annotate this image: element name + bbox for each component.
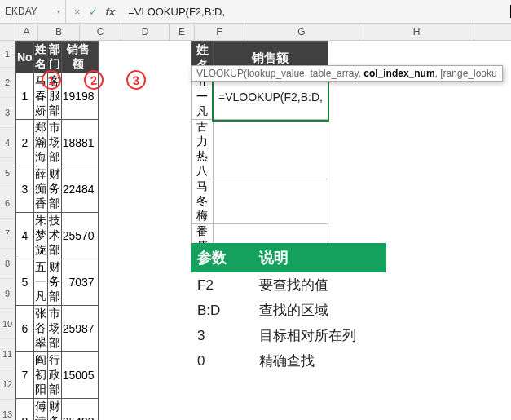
row-header[interactable]: 5 xyxy=(0,158,15,188)
col-header[interactable]: B xyxy=(38,24,80,40)
col-header[interactable]: D xyxy=(121,24,170,40)
col-header[interactable]: A xyxy=(15,24,38,40)
row-header[interactable]: 6 xyxy=(0,188,15,219)
table-row: 古力热八 xyxy=(192,120,328,179)
table-row: 2郑瀚海市场部18881 xyxy=(16,120,99,166)
th-sales[interactable]: 销售额 xyxy=(61,42,98,73)
name-box[interactable]: EKDAY ▾ xyxy=(0,0,66,23)
table-row: B:D查找的区域 xyxy=(191,298,386,323)
confirm-icon[interactable]: ✓ xyxy=(89,6,98,18)
th-dept[interactable]: 部门 xyxy=(47,42,61,73)
formula-buttons: × ✓ fx xyxy=(66,6,123,18)
table-row: 8傅诗蕾财务部25493 xyxy=(16,399,99,421)
row-header[interactable]: 2 xyxy=(0,68,15,98)
col-header[interactable]: F xyxy=(195,24,244,40)
table-row: 3目标相对所在列 xyxy=(191,323,386,348)
row-header[interactable]: 8 xyxy=(0,249,15,279)
row-header[interactable]: 1 xyxy=(0,41,15,68)
name-box-value: EKDAY xyxy=(5,6,37,17)
formula-input[interactable]: =VLOOKUP(F2,B:D, xyxy=(123,6,461,18)
row-headers: 1 2 3 4 5 6 7 8 9 10 11 12 13 xyxy=(0,41,15,420)
col-header[interactable]: C xyxy=(80,24,121,40)
th-no[interactable]: No xyxy=(16,42,34,73)
th-param: 参数 xyxy=(191,243,253,272)
function-tooltip: VLOOKUP(lookup_value, table_array, col_i… xyxy=(191,65,503,82)
table-row: 7阎初阳行政部15005 xyxy=(16,352,99,399)
cancel-icon[interactable]: × xyxy=(74,6,81,18)
col-header[interactable]: H xyxy=(359,24,474,40)
table-row: 6张谷翠市场部25987 xyxy=(16,306,99,352)
annotation-circle: 3 xyxy=(126,69,147,91)
row-header[interactable]: 7 xyxy=(0,219,15,249)
table-row: F2要查找的值 xyxy=(191,272,386,298)
source-table: No 姓名 部门 销售额 1马春娇客服部19198 2郑瀚海市场部18881 3… xyxy=(15,41,99,420)
formula-bar: EKDAY ▾ × ✓ fx =VLOOKUP(F2,B:D, xyxy=(0,0,511,24)
fx-icon[interactable]: fx xyxy=(106,6,116,18)
row-header[interactable]: 11 xyxy=(0,339,15,369)
row-header[interactable]: 4 xyxy=(0,128,15,158)
table-row: 3薛痴香财务部22484 xyxy=(16,166,99,213)
explanation-table: 参数 说明 F2要查找的值 B:D查找的区域 3目标相对所在列 0精确查找 xyxy=(191,243,386,374)
row-header[interactable]: 12 xyxy=(0,369,15,400)
table-row: 0精确查找 xyxy=(191,348,386,374)
row-header[interactable]: 10 xyxy=(0,309,15,339)
dropdown-icon[interactable]: ▾ xyxy=(57,8,60,15)
th-name[interactable]: 姓名 xyxy=(33,42,47,73)
table-row: 马冬梅 xyxy=(192,179,328,224)
col-header[interactable]: E xyxy=(170,24,195,40)
row-header[interactable]: 9 xyxy=(0,279,15,309)
column-headers: A B C D E F G H xyxy=(0,24,511,41)
table-row: 4朱梦旋技术部25570 xyxy=(16,213,99,259)
row-header[interactable]: 13 xyxy=(0,400,15,420)
table-row: 5五一凡财务部7037 xyxy=(16,259,99,306)
row-header[interactable]: 3 xyxy=(0,98,15,128)
col-header[interactable]: G xyxy=(244,24,359,40)
th-desc: 说明 xyxy=(253,243,386,272)
